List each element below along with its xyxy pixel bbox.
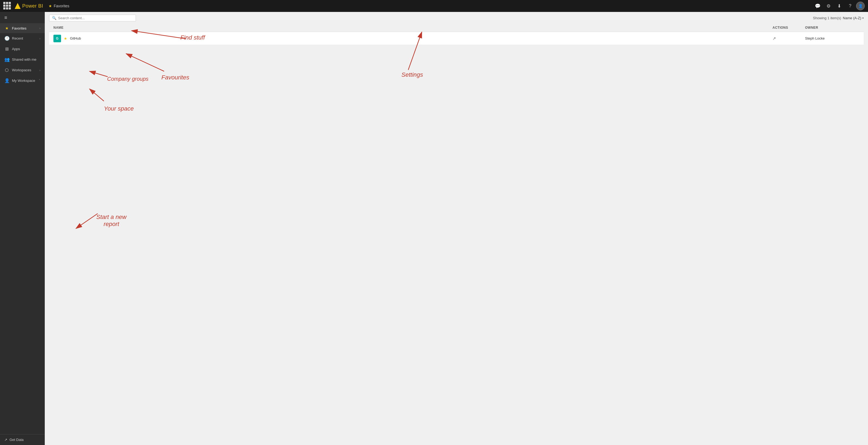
cell-name: G ★ GitHub: [54, 35, 773, 42]
main-layout: ≡ ★ Favorites › 🕐 Recent › ⊞ Apps 👥 Shar…: [0, 12, 868, 445]
chevron-down-icon: ▾: [862, 16, 864, 20]
recent-icon: 🕐: [4, 36, 9, 41]
sidebar: ≡ ★ Favorites › 🕐 Recent › ⊞ Apps 👥 Shar…: [0, 12, 45, 445]
get-data-icon: ↗: [4, 438, 7, 442]
item-name[interactable]: GitHub: [70, 36, 81, 40]
item-type-icon: G: [54, 35, 61, 42]
item-star-icon[interactable]: ★: [64, 36, 67, 41]
favorites-icon: ★: [4, 26, 9, 30]
chevron-down-icon: ˅: [39, 79, 40, 82]
chevron-right-icon: ›: [39, 37, 40, 40]
col-name: NAME: [54, 26, 773, 30]
title-star-icon: ★: [49, 4, 52, 8]
share-action-icon[interactable]: ↗: [773, 36, 776, 41]
sidebar-label-myworkspace: My Workspace: [12, 78, 36, 83]
search-box[interactable]: 🔍: [49, 14, 136, 22]
content-header: 🔍 Showing 1 item(s) Name (A-Z) ▾: [45, 12, 868, 22]
sidebar-item-myworkspace[interactable]: 👤 My Workspace ˅: [0, 75, 45, 86]
hamburger-button[interactable]: ≡: [0, 12, 45, 23]
search-input[interactable]: [58, 16, 133, 20]
brand-name: Power BI: [22, 3, 43, 9]
help-button[interactable]: ?: [845, 1, 855, 11]
shared-icon: 👥: [4, 57, 9, 62]
sort-dropdown[interactable]: Name (A-Z) ▾: [843, 16, 864, 20]
feedback-button[interactable]: 💬: [813, 1, 823, 11]
chevron-right-icon: ›: [39, 27, 40, 30]
settings-button[interactable]: ⚙: [824, 1, 833, 11]
brand: Power BI: [14, 3, 43, 9]
sidebar-item-recent[interactable]: 🕐 Recent ›: [0, 33, 45, 44]
table-header: NAME ACTIONS OWNER: [49, 24, 864, 32]
col-actions: ACTIONS: [773, 26, 805, 30]
myworkspace-icon: 👤: [4, 78, 9, 83]
sidebar-item-workspaces[interactable]: ⬡ Workspaces ›: [0, 65, 45, 75]
get-data-button[interactable]: ↗ Get Data: [0, 435, 45, 445]
sidebar-item-favorites[interactable]: ★ Favorites ›: [0, 23, 45, 33]
topbar-left: Power BI ★ Favorites: [3, 2, 69, 10]
workspaces-icon: ⬡: [4, 67, 9, 73]
get-data-label: Get Data: [9, 438, 24, 442]
cell-actions: ↗: [773, 36, 805, 41]
col-owner: OWNER: [805, 26, 859, 30]
sidebar-label-shared: Shared with me: [12, 58, 40, 62]
waffle-icon[interactable]: [3, 2, 11, 10]
powerbi-logo: [14, 3, 21, 9]
sidebar-bottom: ↗ Get Data: [0, 434, 45, 445]
user-avatar[interactable]: 👤: [856, 2, 865, 10]
chevron-right-icon: ›: [39, 69, 40, 72]
apps-icon: ⊞: [4, 46, 9, 52]
content-table: NAME ACTIONS OWNER G ★ GitHub ↗ Steph Lo…: [45, 22, 868, 445]
table-row: G ★ GitHub ↗ Steph Locke: [49, 32, 864, 45]
active-tab-label: Favorites: [54, 4, 69, 8]
search-icon: 🔍: [52, 16, 56, 20]
sidebar-item-shared[interactable]: 👥 Shared with me: [0, 54, 45, 65]
topbar: Power BI ★ Favorites 💬 ⚙ ⬇ ? 👤: [0, 0, 868, 12]
sidebar-label-apps: Apps: [12, 47, 40, 51]
sidebar-label-recent: Recent: [12, 36, 37, 40]
sidebar-item-apps[interactable]: ⊞ Apps: [0, 44, 45, 54]
sort-label: Name (A-Z): [843, 16, 861, 20]
showing-count: Showing 1 item(s): [813, 16, 841, 20]
sort-area: Showing 1 item(s) Name (A-Z) ▾: [813, 16, 864, 20]
active-tab-title: ★ Favorites: [49, 4, 69, 8]
topbar-right: 💬 ⚙ ⬇ ? 👤: [813, 1, 865, 11]
sidebar-label-favorites: Favorites: [12, 26, 37, 30]
cell-owner: Steph Locke: [805, 36, 859, 40]
sidebar-label-workspaces: Workspaces: [12, 68, 37, 72]
download-button[interactable]: ⬇: [834, 1, 844, 11]
content-area: 🔍 Showing 1 item(s) Name (A-Z) ▾ NAME AC…: [45, 12, 868, 445]
